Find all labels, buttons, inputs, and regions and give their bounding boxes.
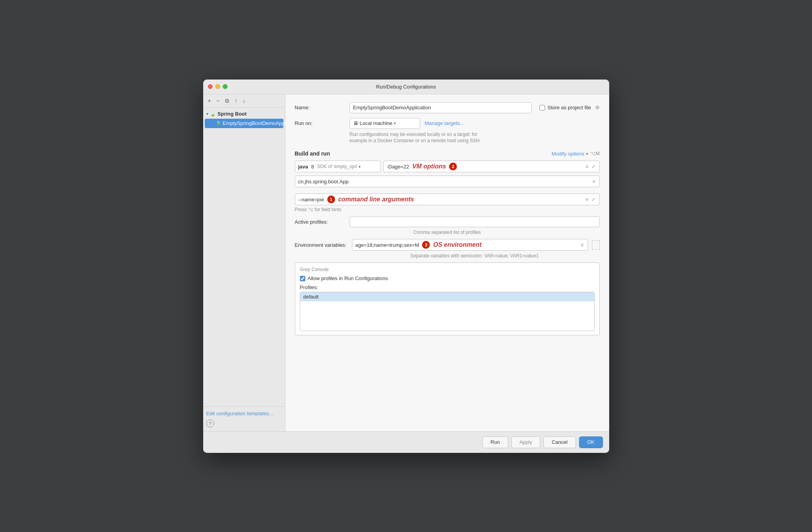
vm-field-icons: ≡ ⤢ [585,163,596,170]
cancel-button[interactable]: Cancel [543,436,576,448]
sidebar-group-label: Spring Boot [218,111,247,117]
sidebar-item-app[interactable]: 🍃 EmptySpringBootDemoApplication [205,119,283,128]
java-sdk-dim: SDK of 'empty_spri [317,164,357,169]
traffic-lights [208,84,227,89]
spring-boot-icon: 🍃 [210,111,216,117]
cmd-expand-button[interactable]: ⤢ [591,196,596,203]
grep-console-box: Grep Console Allow profiles in Run Confi… [295,262,600,335]
move-down-button[interactable]: ↓ [241,97,247,105]
copy-config-button[interactable]: ⧉ [224,97,231,105]
help-button[interactable]: ? [206,420,214,427]
env-vars-field[interactable]: age=18;name=trump;sex=M 3 OS environment… [352,239,588,251]
name-label: Name: [295,105,350,110]
maximize-button[interactable] [223,84,227,89]
env-vars-hint: Separate variables with semicolon: VAR=v… [350,253,600,259]
window-title: Run/Debug Configurations [376,84,436,90]
active-profiles-input[interactable] [350,216,600,227]
name-row: Name: Store as project file ⚙ [295,102,600,113]
dropdown-arrow-icon: ▾ [586,152,588,156]
vm-options-value: -Dage=22 [387,164,409,170]
title-bar: Run/Debug Configurations [203,80,609,94]
vm-options-label: VM options [412,163,446,170]
cmd-args-row: --name=joe 1 command line arguments ≡ ⤢ [295,194,600,205]
main-class-field[interactable]: cn.jhs.spring.boot.App ≡ [295,176,600,187]
run-on-label: Run on: [295,120,350,126]
cmd-args-field[interactable]: --name=joe 1 command line arguments ≡ ⤢ [295,194,600,205]
sidebar-toolbar: + − ⧉ ↑ ↓ [203,94,285,108]
name-input[interactable] [350,102,532,113]
env-expand-box [592,240,600,250]
run-on-hint: Run configurations may be executed local… [350,131,600,145]
cmd-args-content: --name=joe 1 command line arguments [298,195,414,203]
env-vars-badge: 3 [422,241,430,249]
keyboard-shortcut: ⌥M [590,151,600,156]
java-dropdown-icon: ▾ [359,165,361,169]
move-up-button[interactable]: ↑ [233,97,239,105]
allow-profiles-label: Allow profiles in Run Configurations [308,275,388,281]
java-version: 8 [311,164,314,170]
vm-options-badge: 2 [449,163,457,170]
run-on-row: Run on: 🖥 Local machine ▾ Manage targets… [295,118,600,129]
modify-options-button[interactable]: Modify options ▾ [552,151,588,157]
app-icon: 🍃 [216,120,221,127]
main-class-row: cn.jhs.spring.boot.App ≡ [295,176,600,190]
env-vars-content: age=18;name=trump;sex=M 3 OS environment [355,241,482,249]
window: Run/Debug Configurations + − ⧉ ↑ ↓ ▾ 🍃 S… [203,80,609,453]
manage-targets-link[interactable]: Manage targets... [425,120,464,126]
dropdown-arrow-icon: ▾ [394,121,396,125]
profiles-list: default [300,292,595,331]
store-project-label: Store as project file [547,105,591,110]
apply-button[interactable]: Apply [511,436,541,448]
env-os-label: OS environment [433,241,482,248]
profiles-default-value: default [303,294,319,300]
main-class-copy-button[interactable]: ≡ [592,178,596,185]
cmd-copy-button[interactable]: ≡ [585,196,589,203]
chevron-down-icon: ▾ [206,112,208,116]
ok-button[interactable]: OK [579,436,603,448]
active-profiles-hint: Comma separated list of profiles [295,230,600,235]
java-vm-row: java 8 SDK of 'empty_spri ▾ -Dage=22 VM … [295,161,600,172]
config-panel: Name: Store as project file ⚙ Run on: 🖥 … [285,94,609,431]
java-keyword: java [298,164,308,170]
remove-config-button[interactable]: − [215,97,221,105]
store-project-checkbox[interactable] [540,105,545,110]
close-button[interactable] [208,84,213,89]
gear-icon[interactable]: ⚙ [595,105,600,110]
allow-profiles-row: Allow profiles in Run Configurations [300,275,595,281]
run-button[interactable]: Run [482,436,508,448]
copy-text-button[interactable]: ≡ [585,163,589,170]
env-vars-label: Environment variables: [295,242,350,248]
env-vars-value: age=18;name=trump;sex=M [355,242,419,248]
minimize-button[interactable] [215,84,220,89]
allow-profiles-checkbox[interactable] [300,276,305,281]
expand-button[interactable]: ⤢ [591,163,596,170]
add-config-button[interactable]: + [206,97,213,105]
build-run-title: Build and run [295,150,330,157]
cmd-args-badge: 1 [327,195,335,203]
cmd-field-icons: ≡ ⤢ [585,196,596,203]
sidebar: + − ⧉ ↑ ↓ ▾ 🍃 Spring Boot 🍃 EmptySpringB… [203,94,285,431]
local-machine-icon: 🖥 [353,120,358,126]
cmd-args-value: --name=joe [298,197,324,203]
vm-options-text: -Dage=22 VM options 2 [387,163,457,170]
sidebar-group-header[interactable]: ▾ 🍃 Spring Boot [203,109,285,119]
java-sdk-select[interactable]: java 8 SDK of 'empty_spri ▾ [295,161,381,172]
profiles-list-item-default[interactable]: default [300,292,594,301]
modify-options-label: Modify options [552,151,585,157]
edit-templates-link[interactable]: Edit configuration templates... [206,411,273,416]
bottom-bar: Run Apply Cancel OK [203,431,609,453]
field-hints-label: Press ⌥ for field hints [295,207,600,212]
profiles-label: Profiles: [300,284,595,290]
env-copy-button[interactable]: ≡ [580,241,584,248]
sidebar-footer: Edit configuration templates... ? [203,406,285,431]
env-vars-row: Environment variables: age=18;name=trump… [295,239,600,251]
cmd-args-label: command line arguments [338,196,414,203]
run-on-select[interactable]: 🖥 Local machine ▾ [350,118,420,129]
grep-console-title: Grep Console [300,267,595,272]
active-profiles-label: Active profiles: [295,219,350,225]
run-on-value: Local machine [360,120,393,126]
active-profiles-row: Active profiles: [295,216,600,227]
main-content: + − ⧉ ↑ ↓ ▾ 🍃 Spring Boot 🍃 EmptySpringB… [203,94,609,431]
vm-options-field[interactable]: -Dage=22 VM options 2 ≡ ⤢ [383,161,600,172]
store-project-row: Store as project file ⚙ [540,105,599,110]
